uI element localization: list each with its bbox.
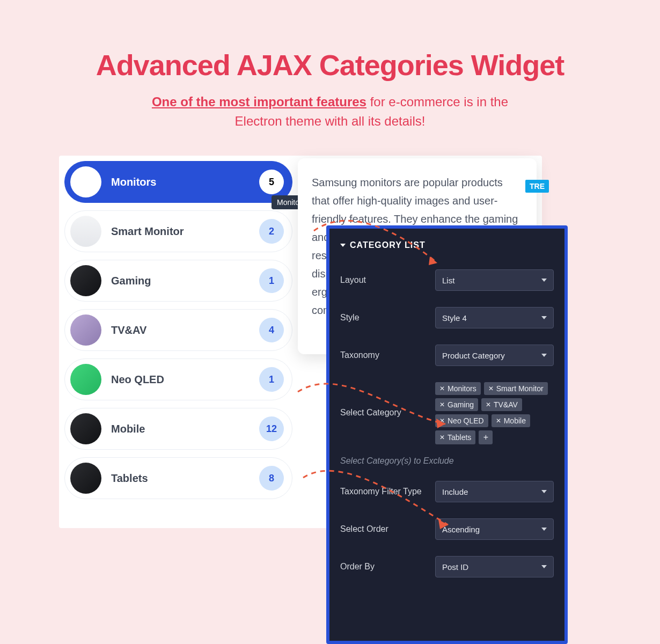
category-tags: ✕Monitors ✕Smart Monitor ✕Gaming ✕TV&AV … <box>435 382 554 444</box>
category-item-tvav[interactable]: TV&AV 4 <box>64 309 292 351</box>
category-item-smart-monitor[interactable]: Smart Monitor 2 <box>64 210 292 252</box>
tag-gaming[interactable]: ✕Gaming <box>435 398 478 411</box>
tag-tvav[interactable]: ✕TV&AV <box>481 398 522 411</box>
category-item-gaming[interactable]: Gaming 1 <box>64 260 292 302</box>
remove-icon[interactable]: ✕ <box>439 385 445 392</box>
settings-row-taxonomy: Taxonomy Product Category <box>340 345 554 366</box>
chevron-down-icon <box>541 528 547 531</box>
remove-icon[interactable]: ✕ <box>488 385 494 392</box>
remove-icon[interactable]: ✕ <box>486 401 491 408</box>
tag-monitors[interactable]: ✕Monitors <box>435 382 481 395</box>
category-label: Mobile <box>111 423 250 435</box>
category-label: Neo QLED <box>111 374 250 386</box>
category-label: Gaming <box>111 275 250 287</box>
exclude-hint: Select Category(s) to Exclude <box>340 456 554 466</box>
settings-row-layout: Layout List <box>340 269 554 291</box>
tag-neo-qled[interactable]: ✕Neo QLED <box>435 414 488 427</box>
category-count: 8 <box>259 466 284 491</box>
settings-label: Layout <box>340 275 429 285</box>
category-item-monitors[interactable]: Monitors 5 Monitors <box>64 161 292 203</box>
page-subtitle: One of the most important features for e… <box>0 92 660 131</box>
category-count: 12 <box>259 416 284 441</box>
settings-label: Taxonomy <box>340 350 429 360</box>
category-thumb <box>70 314 101 346</box>
chevron-down-icon <box>541 279 547 282</box>
category-count: 2 <box>259 219 284 244</box>
chevron-down-icon <box>541 354 547 357</box>
category-label: Tablets <box>111 472 250 485</box>
category-thumb <box>70 413 101 444</box>
category-thumb <box>70 463 101 494</box>
style-select[interactable]: Style 4 <box>435 307 554 328</box>
remove-icon[interactable]: ✕ <box>439 401 445 408</box>
tag-mobile[interactable]: ✕Mobile <box>492 414 530 427</box>
remove-icon[interactable]: ✕ <box>439 417 445 425</box>
remove-icon[interactable]: ✕ <box>439 434 445 441</box>
taxonomy-select[interactable]: Product Category <box>435 345 554 366</box>
category-item-tablets[interactable]: Tablets 8 <box>64 457 292 499</box>
chevron-down-icon <box>541 565 547 568</box>
add-tag-button[interactable]: + <box>479 430 493 444</box>
category-item-neo-qled[interactable]: Neo QLED 1 <box>64 358 292 400</box>
category-thumb <box>70 166 101 197</box>
settings-row-order-by: Order By Post ID <box>340 556 554 577</box>
order-by-select[interactable]: Post ID <box>435 556 554 577</box>
settings-label: Style <box>340 313 429 323</box>
category-thumb <box>70 265 101 296</box>
category-item-mobile[interactable]: Mobile 12 <box>64 408 292 450</box>
settings-row-select-category: Select Category ✕Monitors ✕Smart Monitor… <box>340 382 554 444</box>
tag-tablets[interactable]: ✕Tablets <box>435 430 475 444</box>
settings-panel: CATEGORY LIST Layout List Style Style 4 … <box>326 225 568 644</box>
settings-header-label: CATEGORY LIST <box>350 240 426 250</box>
settings-row-filter-type: Taxonomy Filter Type Include <box>340 481 554 502</box>
caret-down-icon <box>340 244 346 247</box>
category-count: 1 <box>259 268 284 293</box>
tre-badge: TRE <box>525 180 549 193</box>
chevron-down-icon <box>541 490 547 493</box>
page-title: Advanced AJAX Categories Widget <box>0 0 660 82</box>
settings-label: Select Order <box>340 524 429 534</box>
category-count: 1 <box>259 367 284 392</box>
settings-row-style: Style Style 4 <box>340 307 554 328</box>
category-thumb <box>70 216 101 247</box>
settings-label: Select Category <box>340 382 429 418</box>
category-count: 4 <box>259 318 284 342</box>
remove-icon[interactable]: ✕ <box>496 417 501 425</box>
category-label: Monitors <box>111 176 250 188</box>
category-thumb <box>70 364 101 395</box>
layout-select[interactable]: List <box>435 269 554 291</box>
category-list: Monitors 5 Monitors Smart Monitor 2 Gami… <box>64 161 292 499</box>
tag-smart-monitor[interactable]: ✕Smart Monitor <box>484 382 548 395</box>
settings-label: Order By <box>340 562 429 572</box>
settings-row-order: Select Order Ascending <box>340 518 554 540</box>
category-label: TV&AV <box>111 324 250 336</box>
order-select[interactable]: Ascending <box>435 518 554 540</box>
settings-header[interactable]: CATEGORY LIST <box>340 240 554 250</box>
category-label: Smart Monitor <box>111 225 250 238</box>
filter-type-select[interactable]: Include <box>435 481 554 502</box>
category-count: 5 <box>259 170 284 194</box>
chevron-down-icon <box>541 316 547 319</box>
settings-label: Taxonomy Filter Type <box>340 487 429 496</box>
